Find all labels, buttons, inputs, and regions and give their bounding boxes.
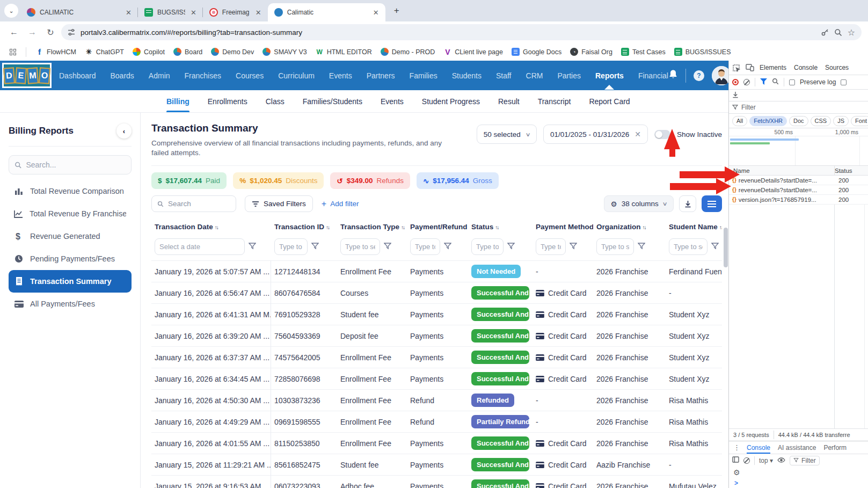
funnel-icon[interactable] (570, 242, 577, 252)
network-search-icon[interactable] (772, 78, 779, 86)
cell-organization[interactable]: 2026 Franchise (593, 325, 666, 346)
sidebar-item-transaction-summary[interactable]: Transaction Summary (9, 270, 132, 293)
bookmark-item[interactable]: fFlowHCM (32, 46, 80, 57)
cell-payment-refund[interactable]: Payments (407, 303, 468, 325)
sort-icon[interactable]: ↑↓ (719, 224, 722, 230)
filter-input-payment-method[interactable] (536, 238, 566, 255)
network-filter-input[interactable]: Filter (729, 101, 868, 114)
network-overview[interactable] (729, 136, 868, 166)
browser-tab[interactable]: Freeimag✕ (203, 3, 268, 21)
cell-status[interactable]: Successful And F (468, 368, 533, 389)
cell-status[interactable]: Successful And F (468, 432, 533, 454)
sort-icon[interactable]: ↑↓ (401, 224, 404, 230)
cell-payment-refund[interactable]: Payments (407, 432, 468, 454)
drawer-menu-icon[interactable]: ⋮ (733, 443, 740, 451)
password-key-icon[interactable] (821, 28, 829, 37)
funnel-icon[interactable] (444, 242, 451, 252)
sidebar-collapse-button[interactable]: ‹ (116, 123, 132, 139)
cell-organization[interactable]: 2026 Franchise (593, 260, 666, 282)
console-sidebar-icon[interactable] (732, 456, 739, 464)
device-toolbar-icon[interactable] (746, 64, 754, 71)
subnav-tab-student-progress[interactable]: Student Progress (422, 90, 480, 112)
sidebar-item-revenue-generated[interactable]: $Revenue Generated (9, 225, 132, 247)
clear-network-log-button[interactable] (743, 79, 750, 85)
network-request-row[interactable]: {}revenueDetails?startDate=...200 (729, 185, 868, 195)
cell-transaction-date[interactable]: January 15, 2026 at 9:16:53 AM (151, 475, 271, 488)
cell-transaction-id[interactable]: 85616852475 (271, 454, 337, 475)
cell-transaction-date[interactable]: January 16, 2026 at 6:39:20 AM ... (151, 325, 271, 346)
bookmark-item[interactable]: WHTML EDITOR (312, 46, 376, 57)
filter-chip-font[interactable]: Font (851, 116, 868, 126)
cell-transaction-id[interactable]: 10303873236 (271, 389, 337, 411)
cell-organization[interactable]: 2026 Franchise (593, 432, 666, 454)
tab-close-icon[interactable]: ✕ (372, 9, 380, 17)
record-network-log-button[interactable] (732, 79, 739, 85)
saved-filters-button[interactable]: Saved Filters (245, 195, 313, 212)
drawer-tab-perform[interactable]: Perform (823, 442, 847, 454)
cell-organization[interactable]: 2026 Franchise (593, 282, 666, 303)
subnav-tab-families-students[interactable]: Families/Students (303, 90, 362, 112)
nav-item-admin[interactable]: Admin (149, 62, 170, 90)
funnel-icon[interactable] (507, 242, 515, 252)
cell-transaction-type[interactable]: Enrollment Fee (337, 411, 407, 432)
nav-item-events[interactable]: Events (329, 62, 352, 90)
cell-transaction-id[interactable]: 76910529328 (271, 303, 337, 325)
nav-item-reports[interactable]: Reports (595, 62, 624, 90)
bookmark-item[interactable]: Demo - PROD (377, 46, 439, 57)
devtools-tab-elements[interactable]: Elements (760, 64, 786, 71)
site-settings-icon[interactable] (68, 28, 75, 36)
cell-student-name[interactable]: Risa Mathis (666, 411, 722, 432)
table-search[interactable] (151, 195, 236, 212)
tab-close-icon[interactable]: ✕ (125, 9, 133, 17)
cell-student-name[interactable]: Student Xyz (666, 325, 722, 346)
sort-icon[interactable]: ↑↓ (326, 224, 329, 230)
cell-payment-method[interactable]: Credit Card (533, 346, 593, 368)
column-header-status[interactable]: Status↑↓ (468, 217, 533, 235)
column-header-transaction-date[interactable]: Transaction Date↑↓ (151, 217, 271, 235)
filter-chip-doc[interactable]: Doc (789, 116, 808, 126)
filter-chip-fetch-xhr[interactable]: Fetch/XHR (749, 116, 787, 126)
devtools-tab-sources[interactable]: Sources (825, 64, 849, 71)
cell-student-name[interactable]: Mufutau Velez (666, 475, 722, 488)
apps-grid-icon[interactable] (10, 49, 16, 55)
bookmark-item[interactable]: ◔Faisal Org (566, 46, 616, 57)
nav-item-dashboard[interactable]: Dashboard (59, 62, 96, 90)
column-header-transaction-type[interactable]: Transaction Type↑↓ (337, 217, 407, 235)
cell-transaction-id[interactable]: 81150253850 (271, 432, 337, 454)
cell-status[interactable]: Partially Refunde (468, 411, 533, 432)
cell-transaction-type[interactable]: Student fee (337, 454, 407, 475)
filter-input-organization[interactable] (596, 238, 634, 255)
nav-item-boards[interactable]: Boards (111, 62, 134, 90)
column-header-transaction-id[interactable]: Transaction ID↑↓ (271, 217, 337, 235)
sidebar-item-total-revenue-comparison[interactable]: Total Revenue Comparison (9, 180, 132, 202)
cell-payment-refund[interactable]: Payments (407, 454, 468, 475)
cell-status[interactable]: Successful And F (468, 346, 533, 368)
nav-item-franchises[interactable]: Franchises (185, 62, 221, 90)
back-button[interactable]: ← (6, 25, 21, 40)
cell-transaction-id[interactable]: 12712448134 (271, 260, 337, 282)
cell-status[interactable]: Successful And F (468, 475, 533, 488)
nav-item-crm[interactable]: CRM (526, 62, 543, 90)
demo-logo[interactable]: D E M O (2, 63, 52, 88)
table-search-input[interactable] (168, 200, 230, 208)
subnav-tab-class[interactable]: Class (266, 90, 285, 112)
filter-input-payment-refund[interactable] (410, 238, 440, 255)
cell-transaction-type[interactable]: Student fee (337, 303, 407, 325)
cell-student-name[interactable]: Risa Mathis (666, 389, 722, 411)
console-prompt[interactable]: > (729, 478, 868, 488)
nav-item-students[interactable]: Students (452, 62, 482, 90)
cell-payment-method[interactable]: - (533, 389, 593, 411)
console-settings-gear-icon[interactable]: ⚙ (733, 468, 740, 477)
cell-payment-refund[interactable]: Payments (407, 475, 468, 488)
eye-icon[interactable] (777, 457, 785, 464)
drawer-tab-ai-assistance[interactable]: AI assistance (778, 442, 816, 454)
sort-icon[interactable]: ↑↓ (495, 224, 498, 230)
new-tab-button[interactable]: + (390, 4, 404, 18)
filter-input-transaction-date[interactable] (155, 238, 245, 255)
filter-chip-all[interactable]: All (732, 116, 747, 126)
cell-payment-method[interactable]: Credit Card (533, 475, 593, 488)
omnibox[interactable]: portalv3.calibermatrix.com/#/reports/bil… (61, 24, 862, 40)
sidebar-search[interactable] (9, 155, 132, 174)
reload-button[interactable]: ↻ (43, 25, 58, 40)
cell-transaction-type[interactable]: Courses (337, 282, 407, 303)
